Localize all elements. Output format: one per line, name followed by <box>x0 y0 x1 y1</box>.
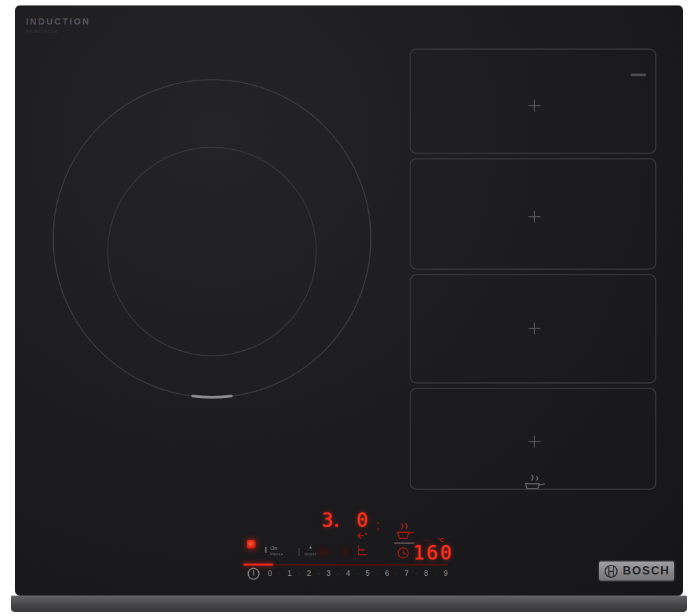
display-separator-dot <box>377 528 379 530</box>
slider-number-8[interactable]: 8 <box>424 569 428 577</box>
slider-number-4[interactable]: 4 <box>346 569 350 577</box>
dim-indicator-glow <box>318 549 329 555</box>
slider-number-3[interactable]: 3 <box>327 569 331 577</box>
temperature-display: 160 <box>413 544 454 563</box>
frying-sensor-icon[interactable] <box>395 522 415 541</box>
circle-cooking-zone <box>53 80 371 397</box>
zone-front-marker <box>193 396 232 397</box>
slider-dot-separator: · <box>415 570 417 576</box>
wifi-home-connect-icon[interactable] <box>247 540 256 549</box>
power-button-icon[interactable] <box>247 567 260 581</box>
boost-key[interactable]: ▲ boost <box>305 545 316 557</box>
slider-dot-separator: · <box>435 570 437 576</box>
timer-clock-icon[interactable] <box>397 546 410 559</box>
slider-dot-separator: · <box>396 570 398 576</box>
power-level-display: 3 <box>322 511 335 530</box>
flex-zone-segment-4 <box>410 388 656 489</box>
frying-sensor-zone-mark-icon <box>526 475 545 489</box>
zone-plus-markers <box>529 100 540 447</box>
bosch-symbol-icon <box>604 564 618 579</box>
cooking-zones-overlay <box>0 0 698 616</box>
slider-level-indicator <box>243 564 273 566</box>
slider-number-6[interactable]: 6 <box>385 569 389 577</box>
pause-label-pause: Pause <box>270 552 284 557</box>
plus-icon <box>529 211 540 222</box>
dim-indicator-glow <box>342 549 350 555</box>
zone-select-display: 0 <box>356 511 369 530</box>
hob-title: INDUCTION <box>26 16 91 27</box>
slider-number-9[interactable]: 9 <box>444 569 448 577</box>
power-slider-numbers[interactable]: 0·1·2·3·4·5·6·7·8·9 <box>268 569 448 577</box>
slider-number-7[interactable]: 7 <box>404 569 408 577</box>
slider-dot-separator: · <box>279 570 281 576</box>
plus-icon <box>529 323 540 334</box>
slider-dot-separator: · <box>318 570 320 576</box>
display-separator-dot <box>377 522 379 524</box>
power-level-dot <box>335 524 338 527</box>
flex-zone <box>410 49 656 489</box>
slider-dot-separator: · <box>299 570 301 576</box>
glass-marking-dash <box>631 74 646 76</box>
slider-number-2[interactable]: 2 <box>307 569 311 577</box>
slider-dot-separator: · <box>376 570 378 576</box>
slider-track[interactable] <box>273 564 448 566</box>
move-pan-icon <box>352 531 371 559</box>
plus-icon <box>529 100 540 111</box>
panel-divider-line <box>394 542 414 544</box>
boost-label: boost <box>305 552 316 557</box>
pause-key[interactable]: ‖ On Pause <box>264 546 284 557</box>
slider-number-0[interactable]: 0 <box>268 569 272 577</box>
bosch-logo-text: BOSCH <box>623 564 670 578</box>
boost-icon: ▲ <box>309 545 313 550</box>
bosch-logo-badge: BOSCH <box>598 560 676 582</box>
slider-dot-separator: · <box>356 570 359 576</box>
hob-model-number: PXJ631HC1E <box>26 29 58 33</box>
plus-icon <box>529 436 540 447</box>
pause-label-on: On <box>270 546 284 551</box>
flex-zone-segment-1 <box>410 49 656 153</box>
slider-number-5[interactable]: 5 <box>365 569 369 577</box>
slider-number-1[interactable]: 1 <box>288 569 292 577</box>
key-divider: | <box>298 546 300 556</box>
product-photo: INDUCTION PXJ631HC1E ‖ On Pause | ▲ boos… <box>0 0 698 616</box>
slider-dot-separator: · <box>337 570 339 576</box>
pause-icon: ‖ <box>264 547 267 554</box>
flex-zone-segment-2 <box>410 159 656 269</box>
